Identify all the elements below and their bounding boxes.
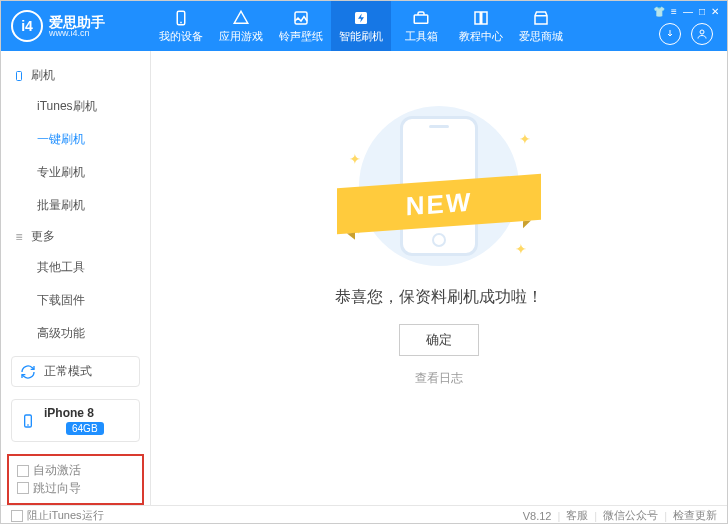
skin-icon[interactable]: 👕 bbox=[653, 6, 665, 17]
wechat-link[interactable]: 微信公众号 bbox=[603, 508, 658, 523]
nav-my-device[interactable]: 我的设备 bbox=[151, 1, 211, 51]
nav-apps-games[interactable]: 应用游戏 bbox=[211, 1, 271, 51]
sidebar-item-other-tools[interactable]: 其他工具 bbox=[1, 251, 150, 284]
header-actions bbox=[659, 23, 713, 45]
options-highlight-box: 自动激活 跳过向导 bbox=[7, 454, 144, 505]
phone-small-icon bbox=[13, 70, 25, 82]
sidebar: 刷机 iTunes刷机 一键刷机 专业刷机 批量刷机 ≡ 更多 其他工具 下载固… bbox=[1, 51, 151, 505]
storage-badge: 64GB bbox=[66, 422, 104, 435]
phone-icon bbox=[172, 9, 190, 27]
mode-label: 正常模式 bbox=[44, 363, 92, 380]
status-bar: 阻止iTunes运行 V8.12 | 客服 | 微信公众号 | 检查更新 bbox=[1, 505, 727, 524]
checkbox-icon bbox=[17, 482, 29, 494]
logo-area: i4 爱思助手 www.i4.cn bbox=[1, 10, 151, 42]
svg-rect-4 bbox=[414, 15, 428, 23]
download-icon[interactable] bbox=[659, 23, 681, 45]
sidebar-item-download-firmware[interactable]: 下载固件 bbox=[1, 284, 150, 317]
store-icon bbox=[532, 9, 550, 27]
skip-guide-checkbox[interactable]: 跳过向导 bbox=[17, 480, 81, 497]
sidebar-item-pro-flash[interactable]: 专业刷机 bbox=[1, 156, 150, 189]
auto-activate-checkbox[interactable]: 自动激活 bbox=[17, 462, 81, 479]
svg-point-5 bbox=[700, 30, 704, 34]
checkbox-icon bbox=[17, 465, 29, 477]
menu-icon[interactable]: ≡ bbox=[671, 6, 677, 17]
version-label: V8.12 bbox=[523, 510, 552, 522]
more-icon: ≡ bbox=[13, 231, 25, 243]
maximize-icon[interactable]: □ bbox=[699, 6, 705, 17]
check-update-link[interactable]: 检查更新 bbox=[673, 508, 717, 523]
ok-button[interactable]: 确定 bbox=[399, 324, 479, 356]
toolbox-icon bbox=[412, 9, 430, 27]
nav-ringtones-wallpapers[interactable]: 铃声壁纸 bbox=[271, 1, 331, 51]
mode-box[interactable]: 正常模式 bbox=[11, 356, 140, 387]
top-nav: 我的设备 应用游戏 铃声壁纸 智能刷机 工具箱 教程中心 爱思商城 bbox=[151, 1, 727, 51]
app-subtitle: www.i4.cn bbox=[49, 29, 105, 38]
nav-tutorials[interactable]: 教程中心 bbox=[451, 1, 511, 51]
refresh-icon bbox=[20, 364, 36, 380]
minimize-icon[interactable]: — bbox=[683, 6, 693, 17]
close-icon[interactable]: ✕ bbox=[711, 6, 719, 17]
svg-rect-6 bbox=[17, 71, 22, 80]
success-message: 恭喜您，保资料刷机成功啦！ bbox=[335, 287, 543, 308]
support-link[interactable]: 客服 bbox=[566, 508, 588, 523]
device-name: iPhone 8 bbox=[44, 406, 104, 420]
user-icon[interactable] bbox=[691, 23, 713, 45]
sidebar-group-more[interactable]: ≡ 更多 bbox=[1, 222, 150, 251]
main-panel: ✦✦✧✦ NEW 恭喜您，保资料刷机成功啦！ 确定 查看日志 bbox=[151, 51, 727, 505]
sidebar-group-flash[interactable]: 刷机 bbox=[1, 61, 150, 90]
nav-smart-flash[interactable]: 智能刷机 bbox=[331, 1, 391, 51]
sidebar-item-itunes-flash[interactable]: iTunes刷机 bbox=[1, 90, 150, 123]
flash-icon bbox=[352, 9, 370, 27]
sidebar-item-batch-flash[interactable]: 批量刷机 bbox=[1, 189, 150, 222]
success-illustration: ✦✦✧✦ NEW bbox=[339, 101, 539, 271]
view-log-link[interactable]: 查看日志 bbox=[415, 370, 463, 387]
sidebar-item-oneclick-flash[interactable]: 一键刷机 bbox=[1, 123, 150, 156]
app-title: 爱思助手 bbox=[49, 15, 105, 29]
app-header: i4 爱思助手 www.i4.cn 我的设备 应用游戏 铃声壁纸 智能刷机 工具… bbox=[1, 1, 727, 51]
block-itunes-checkbox[interactable]: 阻止iTunes运行 bbox=[11, 508, 104, 523]
device-icon bbox=[20, 413, 36, 429]
checkbox-icon bbox=[11, 510, 23, 522]
nav-store[interactable]: 爱思商城 bbox=[511, 1, 571, 51]
apps-icon bbox=[232, 9, 250, 27]
nav-toolbox[interactable]: 工具箱 bbox=[391, 1, 451, 51]
sidebar-item-advanced[interactable]: 高级功能 bbox=[1, 317, 150, 350]
wallpaper-icon bbox=[292, 9, 310, 27]
book-icon bbox=[472, 9, 490, 27]
logo-icon: i4 bbox=[11, 10, 43, 42]
device-box[interactable]: iPhone 8 64GB bbox=[11, 399, 140, 442]
window-controls: 👕 ≡ — □ ✕ bbox=[653, 6, 719, 17]
